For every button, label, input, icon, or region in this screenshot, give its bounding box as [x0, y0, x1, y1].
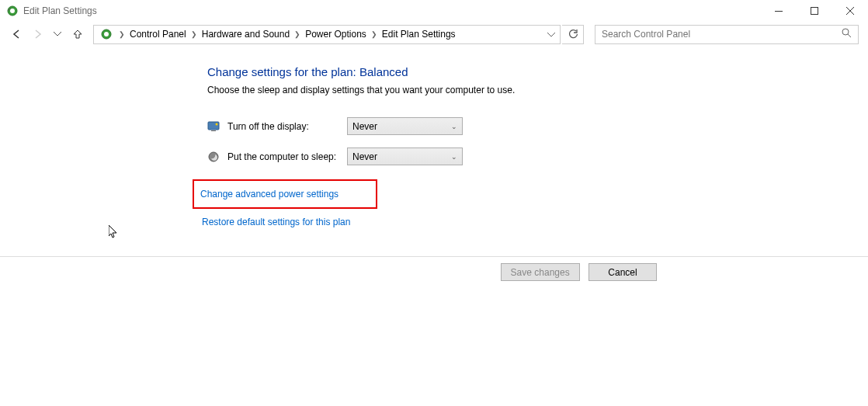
search-input[interactable]	[602, 29, 842, 40]
breadcrumb-item[interactable]: Edit Plan Settings	[380, 29, 457, 40]
breadcrumb-item[interactable]: Control Panel	[128, 29, 188, 40]
svg-rect-7	[208, 122, 219, 130]
up-button[interactable]	[68, 25, 87, 43]
save-button[interactable]: Save changes	[501, 263, 580, 281]
display-select[interactable]: Never ⌄	[347, 117, 463, 135]
breadcrumb-item[interactable]: Power Options	[304, 29, 368, 40]
window-title: Edit Plan Settings	[23, 5, 761, 16]
chevron-down-icon: ⌄	[451, 153, 457, 161]
power-plan-icon	[100, 28, 113, 40]
svg-rect-9	[211, 130, 216, 131]
chevron-right-icon: ❯	[371, 30, 377, 38]
sleep-select[interactable]: Never ⌄	[347, 147, 463, 165]
restore-defaults-link[interactable]: Restore default settings for this plan	[193, 212, 356, 232]
svg-point-1	[10, 9, 15, 13]
forward-button[interactable]	[28, 25, 47, 43]
recent-dropdown[interactable]	[48, 25, 67, 43]
chevron-right-icon: ❯	[119, 30, 125, 38]
sleep-value: Never	[352, 151, 377, 162]
svg-rect-3	[811, 8, 818, 15]
cancel-button[interactable]: Cancel	[589, 263, 657, 281]
chevron-down-icon: ⌄	[451, 123, 457, 130]
svg-rect-2	[775, 11, 783, 12]
chevron-down-icon[interactable]	[547, 29, 555, 40]
maximize-button[interactable]	[797, 0, 832, 22]
display-value: Never	[352, 121, 377, 132]
svg-point-5	[104, 32, 109, 36]
sleep-label: Put the computer to sleep:	[227, 151, 347, 162]
minimize-button[interactable]	[761, 0, 797, 22]
display-label: Turn off the display:	[227, 121, 347, 132]
svg-point-6	[842, 29, 849, 35]
chevron-right-icon: ❯	[191, 30, 197, 38]
refresh-button[interactable]	[562, 25, 584, 44]
advanced-settings-link[interactable]: Change advanced power settings	[193, 179, 377, 209]
page-heading: Change settings for the plan: Balanced	[207, 65, 868, 78]
chevron-right-icon: ❯	[294, 30, 300, 38]
sleep-icon	[207, 151, 220, 163]
app-icon	[6, 5, 19, 17]
back-button[interactable]	[8, 25, 26, 43]
breadcrumb-item[interactable]: Hardware and Sound	[200, 29, 291, 40]
close-button[interactable]	[832, 0, 868, 22]
search-bar[interactable]	[595, 25, 859, 44]
svg-point-8	[216, 123, 218, 125]
display-icon	[207, 120, 220, 133]
breadcrumb[interactable]: ❯ Control Panel ❯ Hardware and Sound ❯ P…	[93, 25, 561, 44]
page-subtext: Choose the sleep and display settings th…	[207, 85, 868, 95]
search-icon[interactable]	[842, 28, 852, 40]
